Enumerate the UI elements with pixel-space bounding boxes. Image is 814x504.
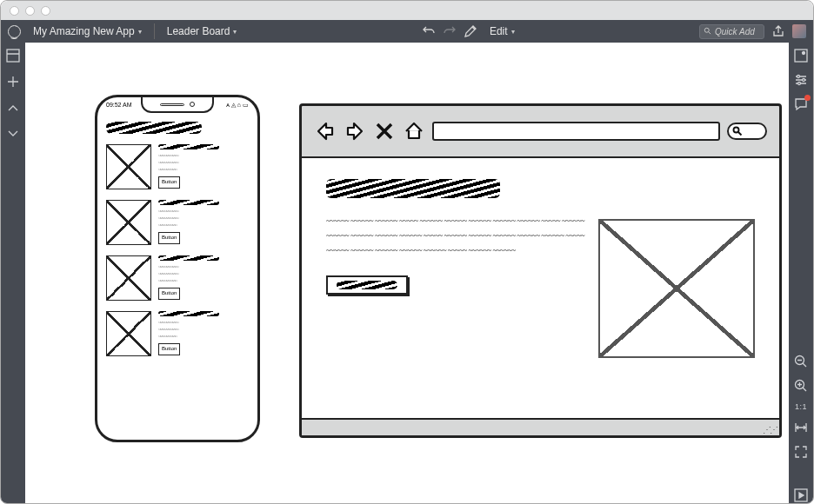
list-item: ~~~~ ~~~~ ~~~~~~~~~~ ~~~~ ~~~~~~~~ ~~~ ~…: [106, 144, 249, 189]
notification-dot-icon: [804, 95, 811, 101]
share-button[interactable]: [771, 24, 785, 38]
play-presentation-button[interactable]: [793, 487, 809, 503]
home-icon[interactable]: [403, 120, 425, 143]
phone-statusbar: 09:52 AM ᴀ ◬ ⌂ ▭: [106, 102, 249, 109]
page-heading-placeholder: [326, 179, 500, 198]
phone-time: 09:52 AM: [106, 102, 132, 109]
pencil-icon: [464, 24, 477, 38]
fit-width-button[interactable]: [793, 420, 809, 435]
svg-point-4: [803, 52, 805, 55]
browser-page: ~~~~~~ ~~~~~~ ~~~~~~ ~~~~~ ~~~~~~ ~~~~~~…: [302, 158, 779, 420]
browser-chrome: [302, 106, 779, 158]
edit-label: Edit: [490, 25, 508, 37]
minimize-window-icon[interactable]: [25, 6, 35, 16]
svg-point-2: [734, 128, 739, 133]
zoom-in-button[interactable]: [793, 378, 809, 394]
page-name: Leader Board: [167, 25, 230, 37]
close-window-icon[interactable]: [10, 6, 19, 16]
phone-mockup[interactable]: 09:52 AM ᴀ ◬ ⌂ ▭ ~~~~ ~~~~ ~~~~~~~~~~ ~~…: [95, 95, 260, 442]
url-input[interactable]: [432, 122, 720, 141]
cta-button[interactable]: [326, 275, 408, 295]
svg-rect-1: [7, 50, 19, 62]
settings-sliders-button[interactable]: [793, 72, 809, 88]
pages-panel-button[interactable]: [5, 48, 21, 63]
svg-point-0: [704, 28, 709, 32]
forward-arrow-icon[interactable]: [344, 120, 366, 143]
collapse-down-button[interactable]: [5, 126, 21, 142]
zoom-out-button[interactable]: [793, 354, 809, 369]
properties-panel-button[interactable]: [793, 48, 809, 63]
separator: [154, 23, 155, 39]
list-item: ~~~~ ~~~~ ~~~~~~~~~~ ~~~~ ~~~~~~~~ ~~~ ~…: [106, 311, 249, 356]
chevron-down-icon: ▾: [511, 28, 515, 36]
list-item-text: ~~~~ ~~~~ ~~~~~~~~~~ ~~~~ ~~~~~~~~ ~~~ ~…: [158, 255, 249, 301]
list-item-text: ~~~~ ~~~~ ~~~~~~~~~~ ~~~~ ~~~~~~~~ ~~~ ~…: [158, 200, 249, 245]
zoom-actual-button[interactable]: 1:1: [795, 402, 807, 411]
canvas-scroll[interactable]: 09:52 AM ᴀ ◬ ⌂ ▭ ~~~~ ~~~~ ~~~~~~~~~~ ~~…: [25, 43, 789, 503]
maximize-window-icon[interactable]: [41, 6, 50, 16]
edit-dropdown[interactable]: Edit ▾: [484, 23, 520, 39]
add-button[interactable]: [5, 74, 21, 90]
list-item-text: ~~~~ ~~~~ ~~~~~~~~~~ ~~~~ ~~~~~~~~ ~~~ ~…: [158, 311, 249, 356]
browser-statusbar: ⋰⋰: [302, 420, 779, 435]
resize-handle-icon[interactable]: ⋰⋰: [763, 425, 777, 434]
titlebar: [1, 1, 813, 20]
image-placeholder-icon: [598, 219, 755, 358]
left-sidebar: [1, 43, 25, 503]
paragraph-placeholder: ~~~~~~ ~~~~~~ ~~~~~~ ~~~~~ ~~~~~~ ~~~~~~…: [326, 214, 587, 258]
svg-point-7: [798, 83, 801, 85]
list-item: ~~~~ ~~~~ ~~~~~~~~~~ ~~~~ ~~~~~~~~ ~~~ ~…: [106, 200, 249, 245]
page-dropdown[interactable]: Leader Board ▾: [162, 23, 243, 39]
phone-status-icons: ᴀ ◬ ⌂ ▭: [226, 102, 249, 109]
image-placeholder-icon: [106, 311, 151, 356]
collapse-up-button[interactable]: [5, 100, 21, 116]
search-icon: [704, 27, 712, 36]
browser-mockup[interactable]: ~~~~~~ ~~~~~~ ~~~~~~ ~~~~~ ~~~~~~ ~~~~~~…: [299, 103, 782, 438]
search-pill[interactable]: [727, 123, 767, 140]
item-button[interactable]: Button: [158, 343, 180, 355]
svg-rect-3: [795, 50, 807, 62]
canvas-viewport: 09:52 AM ᴀ ◬ ⌂ ▭ ~~~~ ~~~~ ~~~~~~~~~~ ~~…: [25, 43, 789, 503]
app-logo-icon[interactable]: [8, 25, 21, 38]
svg-point-6: [803, 79, 805, 82]
undo-button[interactable]: [422, 24, 436, 38]
comments-button[interactable]: [793, 96, 809, 112]
app-window: My Amazing New App ▾ Leader Board ▾ Edit…: [0, 0, 814, 504]
heading-placeholder: [106, 122, 202, 134]
project-name: My Amazing New App: [33, 25, 135, 37]
user-avatar[interactable]: [792, 24, 806, 38]
list-item-text: ~~~~ ~~~~ ~~~~~~~~~~ ~~~~ ~~~~~~~~ ~~~ ~…: [158, 144, 249, 189]
item-button[interactable]: Button: [158, 288, 180, 300]
button-label-placeholder: [337, 281, 397, 289]
item-button[interactable]: Button: [158, 176, 180, 189]
image-placeholder-icon: [106, 144, 151, 189]
chevron-down-icon: ▾: [138, 28, 142, 36]
image-placeholder-icon: [106, 200, 151, 245]
list-item: ~~~~ ~~~~ ~~~~~~~~~~ ~~~~ ~~~~~~~~ ~~~ ~…: [106, 255, 249, 301]
search-icon: [732, 126, 743, 136]
svg-point-5: [797, 76, 800, 78]
top-toolbar: My Amazing New App ▾ Leader Board ▾ Edit…: [1, 20, 813, 43]
workspace: 09:52 AM ᴀ ◬ ⌂ ▭ ~~~~ ~~~~ ~~~~~~~~~~ ~~…: [1, 43, 813, 503]
redo-button[interactable]: [443, 24, 457, 38]
quick-add-input[interactable]: Quick Add: [699, 24, 764, 39]
image-placeholder-icon: [106, 255, 151, 301]
stop-x-icon[interactable]: [373, 120, 396, 143]
item-button[interactable]: Button: [158, 232, 180, 244]
quick-add-placeholder: Quick Add: [715, 27, 755, 36]
chevron-down-icon: ▾: [233, 28, 237, 36]
project-dropdown[interactable]: My Amazing New App ▾: [28, 23, 147, 39]
back-arrow-icon[interactable]: [314, 120, 337, 143]
fullscreen-button[interactable]: [793, 444, 809, 460]
right-sidebar: 1:1: [789, 43, 813, 503]
